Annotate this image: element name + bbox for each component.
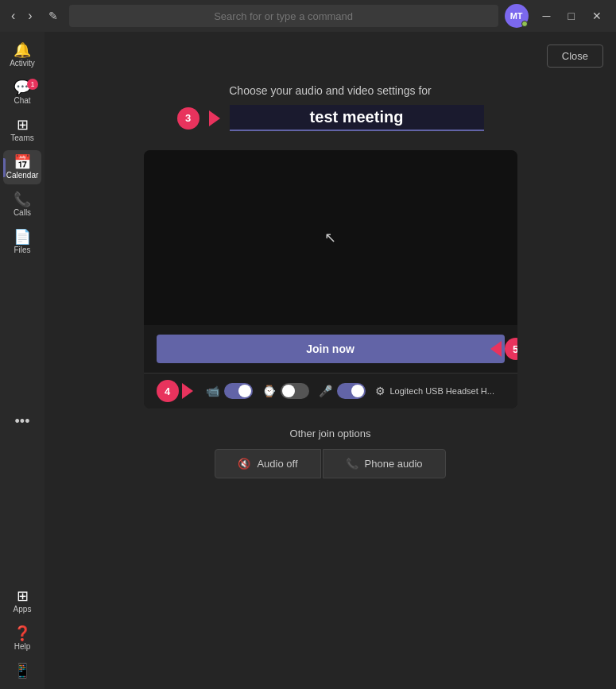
forward-button[interactable]: › (23, 6, 37, 26)
sidebar-item-files[interactable]: 📄 Files (3, 225, 41, 259)
step-badge-3: 3 (177, 107, 200, 130)
sidebar-more[interactable]: ••• (9, 407, 37, 436)
phone-audio-icon: 📞 (346, 458, 358, 470)
chat-badge: 1 (27, 79, 38, 90)
sidebar-label-calls: Calls (14, 208, 31, 217)
sidebar-item-calls[interactable]: 📞 Calls (3, 188, 41, 222)
sidebar-item-chat[interactable]: 1 💬 Chat (3, 75, 41, 110)
sidebar-item-help[interactable]: ❓ Help (3, 621, 41, 656)
video-toggle[interactable] (224, 383, 253, 399)
arrow-5 (490, 341, 502, 357)
other-join-section: Other join options 🔇 Audio off 📞 Phone a… (215, 428, 445, 478)
audio-off-label: Audio off (257, 458, 297, 470)
avatar[interactable]: MT (505, 4, 529, 28)
arrow-3 (209, 110, 220, 126)
video-wrapper: ↖ Join now 5 4 (144, 131, 517, 408)
video-toggle-knob (238, 385, 251, 397)
content-area: Close Choose your audio and video settin… (45, 32, 616, 689)
blur-control: ⌚ (262, 383, 309, 399)
device-icon: 📱 (14, 664, 31, 678)
sidebar-label-apps: Apps (14, 605, 32, 614)
mic-control: 🎤 (319, 383, 366, 399)
video-control: 📹 (206, 383, 253, 399)
join-now-button[interactable]: Join now (157, 335, 505, 363)
calendar-icon: 📅 (14, 155, 31, 169)
titlebar: ‹ › ✎ MT ─ □ ✕ (0, 0, 616, 32)
sidebar-label-chat: Chat (14, 96, 30, 105)
blur-icon: ⌚ (262, 385, 276, 397)
minimize-button[interactable]: ─ (535, 6, 559, 25)
join-options-row: 🔇 Audio off 📞 Phone audio (215, 449, 445, 478)
apps-icon: ⊞ (17, 589, 29, 603)
phone-audio-label: Phone audio (365, 458, 423, 470)
device-label: Logitech USB Headset H... (390, 386, 494, 396)
sidebar-label-calendar: Calendar (6, 171, 39, 180)
audio-off-button[interactable]: 🔇 Audio off (215, 449, 320, 478)
meeting-title-input[interactable] (230, 105, 484, 131)
audio-off-icon: 🔇 (238, 458, 250, 470)
search-input[interactable] (69, 5, 498, 27)
main-layout: 🔔 Activity 1 💬 Chat ⊞ Teams 📅 Calendar 📞… (0, 32, 616, 689)
files-icon: 📄 (14, 230, 31, 244)
maximize-button[interactable]: □ (560, 6, 583, 25)
subtitle: Choose your audio and video settings for (229, 84, 432, 97)
back-button[interactable]: ‹ (6, 6, 20, 26)
meeting-title-bar: 3 (177, 105, 484, 131)
teams-icon: ⊞ (17, 118, 29, 132)
sidebar: 🔔 Activity 1 💬 Chat ⊞ Teams 📅 Calendar 📞… (0, 32, 45, 689)
edit-button[interactable]: ✎ (44, 6, 63, 25)
phone-audio-button[interactable]: 📞 Phone audio (323, 449, 446, 478)
activity-icon: 🔔 (14, 43, 31, 57)
sidebar-label-activity: Activity (10, 59, 35, 68)
device-control: ⚙ Logitech USB Headset H... (375, 385, 505, 397)
status-dot (521, 21, 528, 27)
help-icon: ❓ (14, 626, 31, 641)
video-area: ↖ (144, 150, 517, 325)
other-join-label: Other join options (215, 428, 445, 439)
blur-toggle-knob (282, 385, 295, 397)
sidebar-label-teams: Teams (10, 134, 33, 142)
sidebar-label-help: Help (14, 642, 31, 651)
step-badge-5: 5 (505, 338, 517, 360)
cursor-icon: ↖ (324, 229, 336, 246)
controls-bar: 4 📹 ⌚ (144, 373, 517, 408)
mic-icon: 🎤 (319, 385, 332, 397)
mic-toggle-knob (351, 385, 364, 397)
close-button[interactable]: Close (547, 45, 603, 68)
step-badge-4: 4 (157, 380, 179, 402)
calls-icon: 📞 (14, 192, 31, 207)
sidebar-label-files: Files (14, 246, 30, 254)
sidebar-item-apps[interactable]: ⊞ Apps (3, 584, 41, 618)
mic-toggle[interactable] (337, 383, 366, 399)
arrow-4 (182, 383, 193, 399)
sidebar-item-calendar[interactable]: 📅 Calendar (3, 150, 41, 184)
sidebar-item-device[interactable]: 📱 (3, 659, 41, 683)
sidebar-bottom: ⊞ Apps ❓ Help 📱 (3, 584, 41, 683)
sidebar-item-teams[interactable]: ⊞ Teams (3, 113, 41, 147)
blur-toggle[interactable] (281, 383, 309, 399)
gear-icon: ⚙ (375, 385, 385, 397)
sidebar-item-activity[interactable]: 🔔 Activity (3, 38, 41, 72)
video-icon: 📹 (206, 385, 219, 397)
window-close-button[interactable]: ✕ (584, 6, 610, 25)
window-controls: ─ □ ✕ (535, 6, 610, 25)
nav-buttons: ‹ › (6, 6, 37, 26)
video-container: ↖ Join now 5 4 (144, 150, 517, 408)
